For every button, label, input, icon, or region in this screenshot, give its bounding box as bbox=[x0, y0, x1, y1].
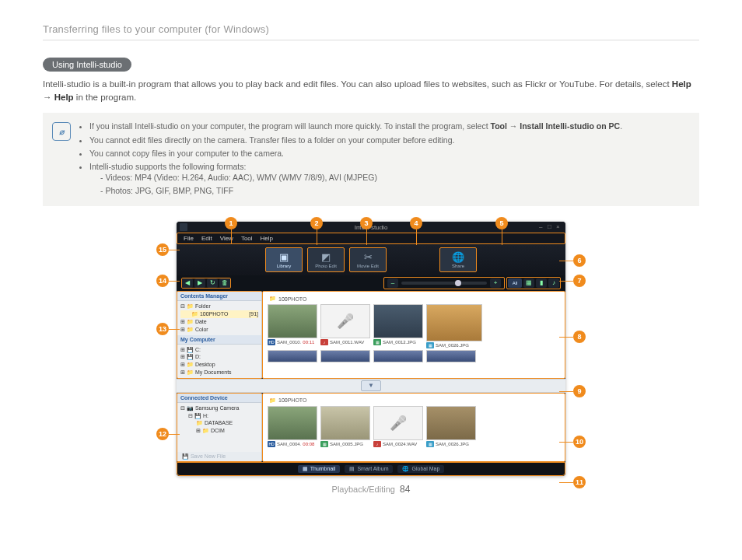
lower-panel: Connected Device ⊟ 📷 Samsung Camera ⊟ 💾 … bbox=[177, 393, 565, 462]
filter-audio-icon[interactable]: ♪ bbox=[548, 278, 559, 288]
minimize-icon[interactable]: – bbox=[539, 224, 545, 230]
note-1b: . bbox=[620, 121, 622, 131]
note-item-3: You cannot copy files in your computer t… bbox=[89, 148, 622, 159]
save-new-file[interactable]: 💾 Save New File bbox=[177, 452, 261, 461]
tree-folder[interactable]: ⊟ 📁 Folder bbox=[180, 303, 258, 310]
tree-drive-h[interactable]: ⊟ 💾 H: bbox=[180, 412, 258, 420]
thumb-image bbox=[426, 406, 476, 440]
menu-file[interactable]: File bbox=[184, 235, 194, 242]
thumb-caption: SAM_0011.WAV bbox=[330, 340, 364, 345]
thumb-image-partial[interactable] bbox=[320, 350, 370, 362]
thumbnail-grid-bottom: 📁 100PHOTO HDSAM_0004. 00:08 ▦SAM_0005.J… bbox=[262, 393, 565, 462]
tab-library[interactable]: ▣Library bbox=[265, 247, 303, 272]
thumbnail-item[interactable]: HDSAM_0010. 00:11 bbox=[268, 304, 316, 348]
callout-line bbox=[366, 229, 367, 245]
maximize-icon[interactable]: □ bbox=[548, 224, 554, 230]
filter-movie-icon[interactable]: ▮ bbox=[536, 278, 547, 288]
tab-share[interactable]: 🌐Share bbox=[439, 247, 477, 272]
tree-drive-c[interactable]: ⊞ 💾 C: bbox=[180, 346, 258, 354]
note-item-2: You cannot edit files directly on the ca… bbox=[89, 135, 622, 145]
right-controls: – + All ▦ ▮ ♪ bbox=[383, 277, 561, 289]
tree-dcim[interactable]: ⊞ 📁 DCIM bbox=[180, 427, 258, 435]
callout-10: 10 bbox=[573, 436, 586, 448]
collapse-chevron-icon[interactable]: ▼ bbox=[361, 380, 381, 391]
thumbnail-item[interactable]: HDSAM_0004. 00:08 bbox=[268, 406, 316, 447]
callout-line bbox=[559, 442, 573, 443]
breadcrumb: Transferring files to your computer (for… bbox=[43, 23, 699, 40]
intro-text-a: Intelli-studio is a built-in program tha… bbox=[43, 79, 672, 89]
filter-all-button[interactable]: All bbox=[508, 278, 522, 288]
menu-edit[interactable]: Edit bbox=[201, 235, 212, 242]
drive-c-label: C: bbox=[195, 347, 201, 352]
thumb-image-partial[interactable] bbox=[373, 350, 423, 362]
tree-date[interactable]: ⊞ 📁 Date bbox=[180, 318, 258, 326]
tree-samsung-camera[interactable]: ⊟ 📷 Samsung Camera bbox=[180, 404, 258, 412]
callout-line bbox=[317, 229, 317, 245]
thumb-caption: SAM_0012.JPG bbox=[383, 340, 416, 345]
video-badge-icon: HD bbox=[268, 339, 275, 345]
tree-color[interactable]: ⊞ 📁 Color bbox=[180, 326, 258, 334]
view-global-map-button[interactable]: 🌐Global Map bbox=[397, 465, 444, 473]
thumb-image-partial[interactable] bbox=[426, 350, 476, 362]
dcim-label: DCIM bbox=[211, 428, 225, 433]
note-1-arrow: → bbox=[507, 121, 520, 131]
thumbnail-item[interactable]: ▦SAM_0026.JPG bbox=[426, 304, 474, 348]
app-menu-icon[interactable] bbox=[180, 223, 187, 231]
thumbnail-item[interactable]: ♪SAM_0024.WAV bbox=[373, 406, 422, 447]
callout-line bbox=[559, 391, 573, 392]
thumbnail-item[interactable]: ▦SAM_0005.JPG bbox=[320, 406, 369, 447]
nav-rotate-icon[interactable]: ↻ bbox=[207, 278, 218, 288]
view-smart-album-button[interactable]: ▤Smart Album bbox=[345, 465, 393, 473]
bottom-view-bar: ▦Thumbnail ▤Smart Album 🌐Global Map bbox=[177, 462, 565, 476]
annotated-screenshot: 1 2 3 4 5 6 7 8 9 10 11 15 14 13 12 Inte… bbox=[161, 222, 581, 476]
thumb-duration: 00:08 bbox=[303, 442, 314, 446]
tree-100photo[interactable]: 📁 100PHOTO [91] bbox=[180, 310, 258, 318]
note-sub-videos: Videos: MP4 (Video: H.264, Audio: AAC), … bbox=[100, 172, 622, 183]
audio-badge-icon: ♪ bbox=[373, 441, 381, 447]
thumb-image bbox=[320, 406, 370, 440]
zoom-out-icon[interactable]: – bbox=[387, 278, 398, 288]
nav-fwd-icon[interactable]: ▶ bbox=[194, 278, 205, 288]
callout-line bbox=[502, 229, 502, 245]
thumb-image-partial[interactable] bbox=[268, 350, 317, 362]
view-map-label: Global Map bbox=[411, 466, 439, 471]
help-bold-1: Help bbox=[672, 79, 691, 89]
thumb-image bbox=[373, 406, 423, 440]
view-thumbnail-button[interactable]: ▦Thumbnail bbox=[298, 465, 341, 473]
callout-7: 7 bbox=[573, 275, 586, 287]
nav-trash-icon[interactable]: 🗑 bbox=[219, 278, 230, 288]
thumbnail-item[interactable]: ▦SAM_0026.JPG bbox=[426, 406, 474, 447]
thumb-image bbox=[373, 304, 423, 338]
thumbnail-item[interactable]: ♪SAM_0011.WAV bbox=[320, 304, 369, 348]
zoom-in-icon[interactable]: + bbox=[490, 278, 501, 288]
tree-database[interactable]: 📁 DATABASE bbox=[180, 419, 258, 427]
view-smart-label: Smart Album bbox=[357, 466, 388, 471]
help-bold-2: Help bbox=[54, 93, 74, 102]
callout-6: 6 bbox=[573, 254, 586, 267]
tab-library-label: Library bbox=[277, 264, 291, 268]
thumbnail-grid-top: 📁 100PHOTO HDSAM_0010. 00:11 ♪SAM_0011.W… bbox=[262, 291, 565, 378]
note-box: ⌀ If you install Intelli-studio on your … bbox=[43, 113, 699, 206]
callout-line bbox=[559, 482, 573, 483]
callout-12: 12 bbox=[156, 428, 169, 440]
nav-back-icon[interactable]: ◀ bbox=[182, 278, 193, 288]
thumbnail-item[interactable]: ▦SAM_0012.JPG bbox=[373, 304, 422, 348]
menu-tool[interactable]: Tool bbox=[241, 235, 253, 242]
tab-row: ▣Library ◩Photo Edit ✂Movie Edit 🌐Share bbox=[177, 244, 565, 275]
mydocs-label: My Documents bbox=[195, 369, 232, 375]
note-1-install: Install Intelli-studio on PC bbox=[520, 121, 620, 131]
connected-device-header: Connected Device bbox=[177, 394, 261, 403]
close-icon[interactable]: × bbox=[556, 224, 562, 230]
zoom-slider[interactable] bbox=[401, 282, 487, 285]
filter-photo-icon[interactable]: ▦ bbox=[523, 278, 534, 288]
tree-desktop[interactable]: ⊞ 📁 Desktop bbox=[180, 361, 258, 369]
tree-mydocs[interactable]: ⊞ 📁 My Documents bbox=[180, 369, 258, 376]
tree-drive-d[interactable]: ⊞ 💾 D: bbox=[180, 353, 258, 361]
photo-badge-icon: ▦ bbox=[373, 339, 381, 345]
tab-photo-edit[interactable]: ◩Photo Edit bbox=[307, 247, 345, 272]
tree-folder-label: Folder bbox=[195, 303, 211, 309]
tab-movie-edit[interactable]: ✂Movie Edit bbox=[349, 247, 387, 272]
library-icon: ▣ bbox=[279, 251, 289, 263]
menu-help[interactable]: Help bbox=[261, 235, 273, 242]
callout-line bbox=[416, 229, 417, 245]
